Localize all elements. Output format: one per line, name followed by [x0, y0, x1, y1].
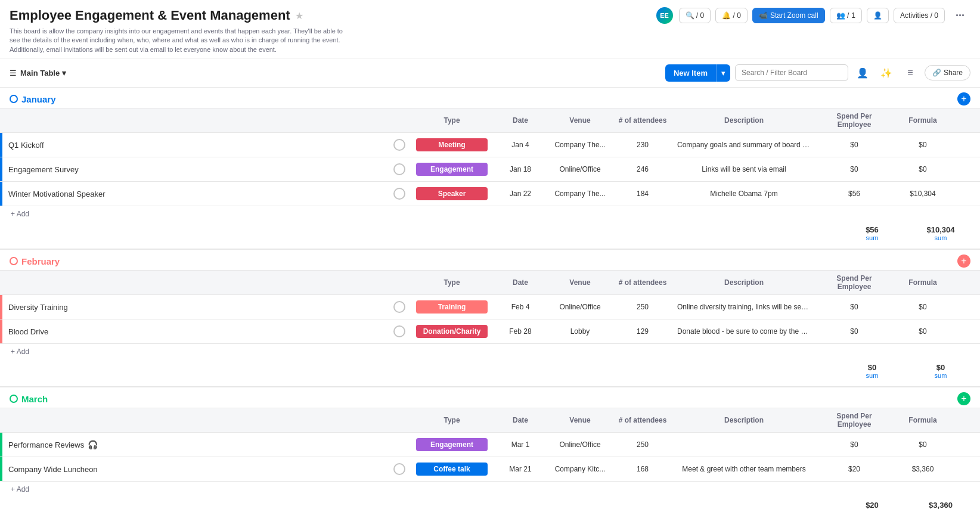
row-description-cell[interactable]: Company goals and summary of board meeti… — [672, 137, 815, 153]
row-attendees-cell[interactable]: 230 — [613, 137, 672, 153]
col-header-spend: Spend Per Employee — [815, 408, 893, 432]
row-type-cell: Speaker — [410, 185, 494, 203]
guests-button[interactable]: 👥 / 1 — [830, 8, 862, 23]
col-header-spend: Spend Per Employee — [815, 108, 893, 132]
activities-button[interactable]: Activities / 0 — [894, 8, 945, 23]
table-label[interactable]: Main Table ▾ — [20, 69, 66, 77]
group-add-button-february[interactable]: + — [957, 254, 970, 268]
row-formula-cell[interactable]: $0 — [893, 437, 953, 452]
row-spend-cell[interactable]: $0 — [815, 324, 893, 339]
group-circle-march — [10, 395, 18, 403]
row-spend-cell[interactable]: $0 — [815, 299, 893, 315]
row-attendees-cell[interactable]: 250 — [613, 437, 672, 452]
row-formula-cell[interactable]: $0 — [893, 299, 953, 315]
row-date-cell[interactable]: Mar 21 — [494, 461, 547, 477]
col-header-date: Date — [494, 275, 547, 290]
row-attendees-cell[interactable]: 184 — [613, 186, 672, 201]
filter-icon[interactable]: ≡ — [901, 63, 920, 82]
row-spend-cell[interactable]: $56 — [815, 186, 893, 201]
col-header-type: Type — [410, 275, 494, 290]
star-icon[interactable]: ★ — [295, 10, 303, 21]
add-row-button-january[interactable]: + Add — [0, 206, 980, 222]
row-date-cell[interactable]: Feb 28 — [494, 324, 547, 339]
row-venue-cell[interactable]: Online/Office — [547, 299, 613, 315]
col-headers-february: Type Date Venue # of attendees Descripti… — [0, 270, 980, 295]
group-add-button-january[interactable]: + — [957, 92, 970, 105]
col-header-name — [18, 117, 410, 124]
row-formula-cell[interactable]: $10,304 — [893, 186, 953, 201]
row-spend-cell[interactable]: $0 — [815, 162, 893, 177]
row-description-cell[interactable]: Online diversity training, links will be… — [672, 299, 815, 315]
row-attendees-cell[interactable]: 129 — [613, 324, 672, 339]
row-status-circle[interactable] — [393, 188, 405, 200]
row-attendees-cell[interactable]: 250 — [613, 299, 672, 315]
row-venue-cell[interactable]: Company Kitc... — [547, 461, 613, 477]
type-badge[interactable]: Donation/Charity — [416, 325, 488, 338]
row-formula-cell[interactable]: $0 — [893, 162, 953, 177]
row-status-circle[interactable] — [393, 301, 405, 313]
row-name[interactable]: Engagement Survey — [8, 165, 79, 174]
new-item-button[interactable]: New Item — [665, 64, 716, 82]
avatar-group: EE — [655, 6, 674, 25]
add-row-button-march[interactable]: + Add — [0, 482, 980, 497]
group-header-january[interactable]: January + — [0, 88, 980, 108]
row-description-cell[interactable]: Donate blood - be sure to come by the ki… — [672, 324, 815, 339]
group-header-february[interactable]: February + — [0, 250, 980, 270]
col-header-venue: Venue — [547, 275, 613, 290]
row-date-cell[interactable]: Jan 22 — [494, 186, 547, 201]
row-date-cell[interactable]: Jan 18 — [494, 162, 547, 177]
person-icon-btn[interactable]: 👤 — [867, 8, 889, 23]
row-type-cell: Engagement — [410, 436, 494, 454]
row-attendees-cell[interactable]: 168 — [613, 461, 672, 477]
row-description-cell[interactable]: Michelle Obama 7pm — [672, 186, 815, 201]
type-badge[interactable]: Speaker — [416, 187, 488, 200]
row-status-circle[interactable] — [393, 139, 405, 151]
row-description-cell[interactable]: Links will be sent via email — [672, 162, 815, 177]
zoom-call-button[interactable]: 📹 Start Zoom call — [752, 8, 825, 23]
row-name[interactable]: Diversity Training — [8, 303, 68, 312]
more-options-button[interactable]: ··· — [950, 7, 970, 25]
group-add-button-march[interactable]: + — [957, 392, 970, 405]
row-name[interactable]: Winter Motivational Speaker — [8, 190, 106, 198]
type-badge[interactable]: Training — [416, 300, 488, 314]
row-status-circle[interactable] — [393, 163, 405, 175]
row-date-cell[interactable]: Feb 4 — [494, 299, 547, 315]
row-description-cell[interactable]: Meet & greet with other team members — [672, 461, 815, 477]
notification-btn[interactable]: 🔔 / 0 — [715, 8, 748, 23]
share-button[interactable]: 🔗 Share — [925, 65, 970, 80]
group-march: March + Type Date Venue # of attendees D… — [0, 387, 980, 509]
row-venue-cell[interactable]: Company The... — [547, 186, 613, 201]
type-badge[interactable]: Coffee talk — [416, 463, 488, 476]
row-status-circle[interactable] — [393, 463, 405, 475]
row-spend-cell[interactable]: $0 — [815, 137, 893, 153]
row-name[interactable]: Company Wide Luncheon — [8, 465, 98, 474]
row-attendees-cell[interactable]: 246 — [613, 162, 672, 177]
type-badge[interactable]: Engagement — [416, 438, 488, 451]
type-badge[interactable]: Meeting — [416, 138, 488, 151]
add-row-button-february[interactable]: + Add — [0, 344, 980, 359]
search-input[interactable] — [735, 64, 848, 81]
row-venue-cell[interactable]: Lobby — [547, 324, 613, 339]
new-item-dropdown-button[interactable]: ▾ — [716, 64, 730, 82]
type-badge[interactable]: Engagement — [416, 163, 488, 176]
person-filter-icon[interactable]: 👤 — [853, 63, 872, 82]
row-formula-cell[interactable]: $3,360 — [893, 461, 953, 477]
row-status-circle[interactable] — [393, 325, 405, 337]
row-description-cell[interactable] — [672, 441, 815, 448]
col-header-date: Date — [494, 113, 547, 128]
search-icon-btn[interactable]: 🔍 / 0 — [679, 8, 711, 23]
row-date-cell[interactable]: Mar 1 — [494, 437, 547, 452]
row-name[interactable]: Performance Reviews — [8, 440, 84, 449]
row-spend-cell[interactable]: $0 — [815, 437, 893, 452]
row-date-cell[interactable]: Jan 4 — [494, 137, 547, 153]
row-spend-cell[interactable]: $20 — [815, 461, 893, 477]
row-venue-cell[interactable]: Online/Office — [547, 162, 613, 177]
row-name[interactable]: Blood Drive — [8, 327, 48, 336]
magic-icon[interactable]: ✨ — [877, 63, 896, 82]
row-venue-cell[interactable]: Online/Office — [547, 437, 613, 452]
row-formula-cell[interactable]: $0 — [893, 137, 953, 153]
group-header-march[interactable]: March + — [0, 387, 980, 408]
row-formula-cell[interactable]: $0 — [893, 324, 953, 339]
row-venue-cell[interactable]: Company The... — [547, 137, 613, 153]
row-name[interactable]: Q1 Kickoff — [8, 141, 44, 150]
